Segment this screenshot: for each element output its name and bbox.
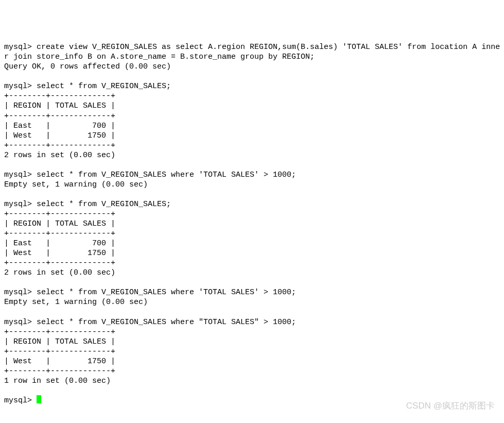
terminal-line: | REGION | TOTAL SALES |	[4, 219, 115, 228]
terminal-line: | West | 1750 |	[4, 357, 115, 366]
terminal-line: 2 rows in set (0.00 sec)	[4, 268, 115, 277]
terminal-line: | West | 1750 |	[4, 131, 115, 140]
terminal-output[interactable]: mysql> create view V_REGION_SALES as sel…	[4, 42, 500, 405]
terminal-line: +--------+-------------+	[4, 347, 115, 356]
terminal-line: | East | 700 |	[4, 239, 115, 248]
terminal-line: Query OK, 0 rows affected (0.00 sec)	[4, 62, 171, 71]
terminal-line: | REGION | TOTAL SALES |	[4, 337, 115, 346]
terminal-line: | East | 700 |	[4, 122, 115, 130]
cursor-icon	[37, 395, 41, 403]
terminal-line: +--------+-------------+	[4, 112, 115, 121]
terminal-line: 1 row in set (0.00 sec)	[4, 377, 111, 385]
terminal-line: | REGION | TOTAL SALES |	[4, 101, 115, 110]
terminal-line: Empty set, 1 warning (0.00 sec)	[4, 180, 148, 189]
terminal-line: r join store_info B on A.store_name = B.…	[4, 53, 315, 61]
terminal-line: +--------+-------------+	[4, 92, 115, 100]
terminal-line: mysql> select * from V_REGION_SALES;	[4, 200, 171, 209]
terminal-line: Empty set, 1 warning (0.00 sec)	[4, 298, 148, 307]
terminal-line: mysql> select * from V_REGION_SALES wher…	[4, 318, 296, 327]
terminal-line: 2 rows in set (0.00 sec)	[4, 151, 115, 160]
terminal-line: +--------+-------------+	[4, 367, 115, 376]
terminal-line: mysql> select * from V_REGION_SALES;	[4, 82, 171, 91]
terminal-line: +--------+-------------+	[4, 210, 115, 218]
terminal-line: +--------+-------------+	[4, 141, 115, 150]
terminal-line: +--------+-------------+	[4, 229, 115, 238]
terminal-line: +--------+-------------+	[4, 259, 115, 267]
terminal-line: +--------+-------------+	[4, 328, 115, 336]
terminal-line: mysql> create view V_REGION_SALES as sel…	[4, 43, 500, 52]
terminal-line: | West | 1750 |	[4, 249, 115, 258]
terminal-line: mysql> select * from V_REGION_SALES wher…	[4, 288, 296, 297]
watermark-text: CSDN @疯狂的斯图卡	[406, 400, 495, 412]
terminal-line: mysql> select * from V_REGION_SALES wher…	[4, 171, 296, 179]
prompt-line[interactable]: mysql>	[4, 396, 37, 405]
